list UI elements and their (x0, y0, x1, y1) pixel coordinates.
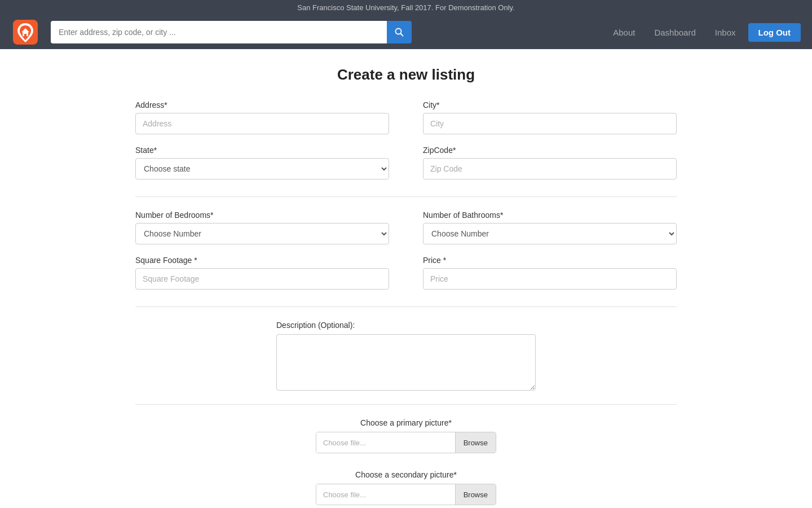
description-label: Description (Optional): (276, 321, 536, 330)
bedrooms-label: Number of Bedrooms* (135, 211, 389, 220)
bed-bath-row: Number of Bedrooms* Choose Number 1 2 3 … (135, 211, 677, 256)
price-group: Price * (423, 256, 677, 290)
inbox-link[interactable]: Inbox (708, 23, 743, 42)
search-bar (51, 21, 412, 43)
sqft-price-row: Square Footage * Price * (135, 256, 677, 301)
price-label: Price * (423, 256, 677, 265)
state-group: State* Choose state California New York … (135, 146, 389, 179)
svg-line-2 (401, 34, 403, 36)
address-city-row: Address* City* (135, 100, 677, 146)
zipcode-input[interactable] (423, 158, 677, 179)
primary-file-input-row: Choose file... Browse (316, 432, 496, 453)
about-link[interactable]: About (606, 23, 642, 42)
navbar: About Dashboard Inbox Log Out (0, 15, 812, 49)
sqft-group: Square Footage * (135, 256, 389, 290)
page-title: Create a new listing (135, 66, 677, 84)
divider-2 (135, 306, 677, 307)
logout-button[interactable]: Log Out (748, 23, 801, 42)
logo[interactable] (11, 18, 39, 46)
state-label: State* (135, 146, 389, 155)
sqft-label: Square Footage * (135, 256, 389, 265)
city-label: City* (423, 100, 677, 110)
bedrooms-group: Number of Bedrooms* Choose Number 1 2 3 … (135, 211, 389, 244)
secondary-file-text: Choose file... (316, 484, 455, 505)
secondary-picture-label: Choose a secondary picture* (135, 470, 677, 479)
top-banner: San Francisco State University, Fall 201… (0, 0, 812, 15)
bedrooms-select[interactable]: Choose Number 1 2 3 4 5+ (135, 223, 389, 244)
main-content: Create a new listing Address* City* Stat… (124, 49, 688, 508)
zipcode-group: ZipCode* (423, 146, 677, 179)
bathrooms-select[interactable]: Choose Number 1 2 3 4 5+ (423, 223, 677, 244)
divider-3 (135, 404, 677, 405)
description-textarea[interactable] (276, 334, 536, 391)
price-input[interactable] (423, 268, 677, 290)
nav-links: About Dashboard Inbox Log Out (606, 23, 801, 42)
search-icon (395, 28, 404, 37)
dashboard-link[interactable]: Dashboard (647, 23, 702, 42)
state-zip-row: State* Choose state California New York … (135, 146, 677, 191)
search-button[interactable] (387, 21, 412, 43)
description-section: Description (Optional): (276, 321, 536, 393)
primary-file-text: Choose file... (316, 432, 455, 453)
zipcode-label: ZipCode* (423, 146, 677, 155)
secondary-browse-button[interactable]: Browse (455, 484, 496, 505)
primary-picture-label: Choose a primary picture* (135, 418, 677, 427)
sqft-input[interactable] (135, 268, 389, 290)
address-label: Address* (135, 100, 389, 110)
city-input[interactable] (423, 113, 677, 134)
primary-browse-button[interactable]: Browse (455, 432, 496, 453)
secondary-picture-section: Choose a secondary picture* Choose file.… (135, 470, 677, 505)
search-input[interactable] (51, 21, 387, 43)
primary-picture-section: Choose a primary picture* Choose file...… (135, 418, 677, 453)
secondary-file-input-row: Choose file... Browse (316, 484, 496, 505)
divider-1 (135, 196, 677, 197)
address-group: Address* (135, 100, 389, 134)
address-input[interactable] (135, 113, 389, 134)
bathrooms-group: Number of Bathrooms* Choose Number 1 2 3… (423, 211, 677, 244)
city-group: City* (423, 100, 677, 134)
state-select[interactable]: Choose state California New York Texas F… (135, 158, 389, 179)
bathrooms-label: Number of Bathrooms* (423, 211, 677, 220)
